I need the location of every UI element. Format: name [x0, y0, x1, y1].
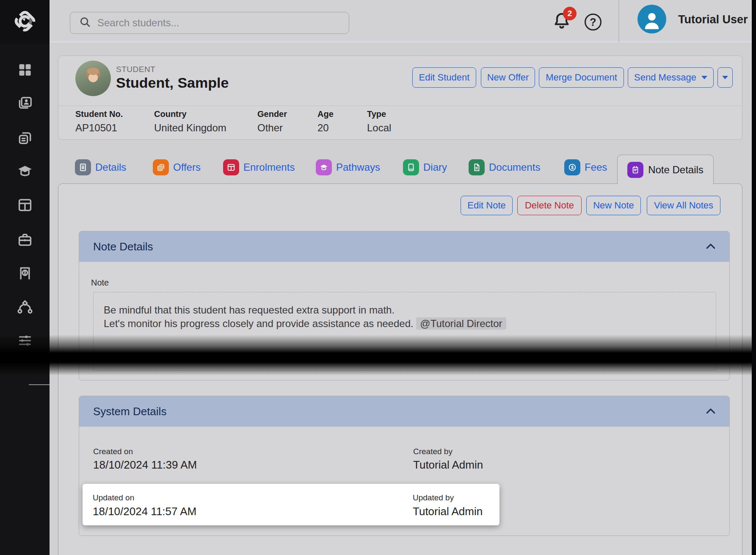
merge-document-button[interactable]: Merge Document: [539, 67, 624, 88]
sidebar-item-courses[interactable]: [0, 158, 50, 186]
sidebar-item-enrolments[interactable]: [0, 192, 50, 219]
chevron-up-icon[interactable]: [705, 405, 717, 418]
note-line-2: Let's monitor his progress closely and p…: [104, 317, 706, 330]
user-avatar[interactable]: [637, 5, 666, 33]
offers-copy-icon: [153, 159, 169, 175]
topbar: 2 ? Tutorial User: [0, 0, 756, 42]
bell-icon: [551, 26, 572, 33]
svg-text:$: $: [571, 165, 574, 170]
diary-book-icon: [403, 159, 419, 175]
note-line-1: Be mindful that this student has request…: [104, 303, 706, 317]
created-on-label: Created on: [93, 447, 133, 456]
enrolments-table-icon: [223, 159, 239, 175]
sidebar-item-offers[interactable]: [0, 125, 50, 152]
documents-page-icon: [469, 159, 485, 175]
pathways-cap-icon: [316, 159, 332, 175]
delete-note-button[interactable]: Delete Note: [517, 196, 582, 215]
question-icon: ?: [590, 16, 596, 28]
invoice-dollar-icon: [17, 265, 33, 283]
tutorial-spotlight: Updated on 18/10/2024 11:57 AM Updated b…: [83, 484, 499, 525]
caret-down-icon: [722, 76, 728, 79]
note-panel-header[interactable]: Note Details: [79, 231, 729, 262]
student-name: Student, Sample: [116, 75, 229, 91]
mention-chip[interactable]: @Tutorial Director: [416, 317, 506, 330]
updated-on-label: Updated on: [93, 493, 134, 502]
tab-pathways[interactable]: Pathways: [316, 159, 380, 175]
system-panel-title: System Details: [93, 405, 166, 418]
tab-diary[interactable]: Diary: [403, 159, 447, 175]
dashboard-icon: [17, 62, 33, 80]
info-student-no: Student No.AP10501: [75, 109, 123, 134]
note-field-label: Note: [91, 278, 109, 288]
person-icon: [641, 8, 663, 33]
search-input[interactable]: [97, 17, 326, 29]
edit-note-button[interactable]: Edit Note: [461, 196, 513, 215]
sidebar-item-students[interactable]: [0, 90, 50, 117]
tab-fees[interactable]: $Fees: [564, 159, 607, 175]
view-all-notes-button[interactable]: View All Notes: [647, 196, 720, 215]
note-panel-title: Note Details: [93, 240, 153, 253]
note-text-area[interactable]: Be mindful that this student has request…: [93, 292, 716, 371]
notification-badge: 2: [563, 7, 577, 20]
search-icon: [79, 16, 91, 30]
created-by-label: Created by: [413, 447, 452, 456]
chevron-up-icon[interactable]: [705, 240, 717, 253]
note-clipboard-icon: [627, 162, 643, 178]
caret-down-icon: [701, 76, 707, 79]
new-offer-button[interactable]: New Offer: [481, 67, 535, 88]
updated-on-value: 18/10/2024 11:57 AM: [93, 505, 196, 518]
graduation-cap-icon: [17, 163, 33, 181]
tab-documents[interactable]: Documents: [469, 159, 540, 175]
sidebar-nav: [0, 44, 50, 555]
help-button[interactable]: ?: [585, 14, 601, 31]
info-gender: GenderOther: [257, 109, 287, 134]
info-age: Age20: [317, 109, 334, 134]
send-message-button[interactable]: Send Message: [628, 67, 714, 88]
info-country: CountryUnited Kingdom: [154, 109, 226, 134]
brand-logo-icon: [11, 7, 39, 37]
topbar-divider: [618, 0, 619, 42]
new-note-button[interactable]: New Note: [586, 196, 641, 215]
tab-offers[interactable]: Offers: [153, 159, 201, 175]
tab-note-details[interactable]: Note Details: [617, 155, 714, 184]
created-on-value: 18/10/2024 11:39 AM: [93, 458, 197, 472]
student-header-card: STUDENT Student, Sample Edit Student New…: [58, 56, 742, 140]
sidebar-notch: [29, 384, 50, 385]
sidebar-item-settings[interactable]: [0, 328, 50, 355]
info-type: TypeLocal: [367, 109, 391, 134]
sidebar-item-pathways[interactable]: [0, 294, 50, 322]
user-name[interactable]: Tutorial User: [678, 13, 748, 26]
notifications-button[interactable]: 2: [551, 9, 578, 35]
student-photo-avatar[interactable]: [75, 61, 111, 96]
screen-edge-strip: [752, 0, 756, 555]
details-doc-icon: [75, 159, 91, 175]
info-divider: [58, 105, 742, 106]
sidebar-item-dashboard[interactable]: [0, 57, 50, 84]
tab-enrolments[interactable]: Enrolments: [223, 159, 295, 175]
sidebar-item-fees[interactable]: [0, 261, 50, 288]
edit-student-button[interactable]: Edit Student: [412, 67, 476, 88]
created-by-value: Tutorial Admin: [413, 458, 483, 472]
fees-dollar-icon: $: [564, 159, 580, 175]
student-search[interactable]: [70, 12, 349, 34]
app-logo[interactable]: [0, 0, 50, 44]
system-panel-header[interactable]: System Details: [79, 396, 729, 427]
briefcase-icon: [17, 232, 33, 250]
student-kicker: STUDENT: [116, 65, 155, 74]
updated-by-label: Updated by: [413, 493, 454, 502]
updated-by-value: Tutorial Admin: [413, 505, 483, 518]
more-actions-button[interactable]: [717, 67, 733, 88]
sidebar-item-services[interactable]: [0, 227, 50, 254]
sliders-icon: [17, 333, 33, 350]
copy-documents-icon: [17, 130, 33, 147]
student-card-icon: [17, 95, 33, 113]
app-root: 2 ? Tutorial User: [0, 0, 756, 555]
table-icon: [17, 197, 33, 215]
network-nodes-icon: [17, 299, 33, 317]
tab-details[interactable]: Details: [75, 159, 126, 175]
note-details-panel: Note Details Note Be mindful that this s…: [79, 231, 730, 380]
